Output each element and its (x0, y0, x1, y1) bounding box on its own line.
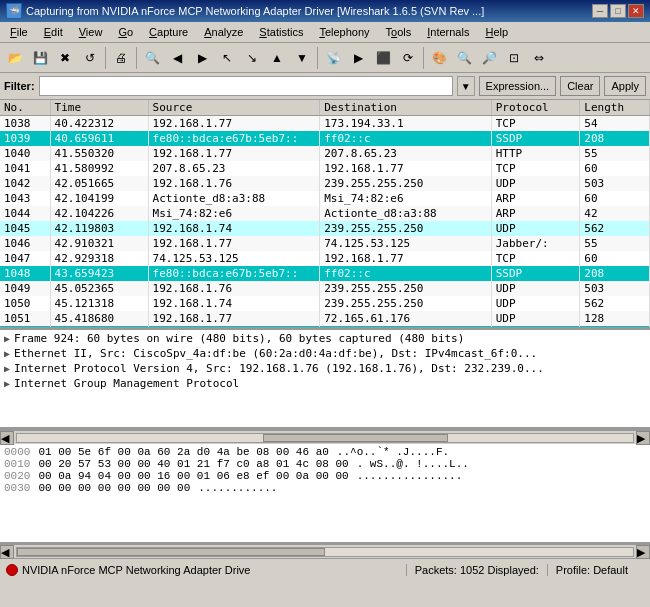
hscroll-thumb[interactable] (263, 434, 448, 442)
close-button[interactable]: ✕ (628, 4, 644, 18)
detail-line-2[interactable]: ▶ Ethernet II, Src: CiscoSpv_4a:df:be (6… (4, 346, 646, 361)
toolbar-prev[interactable]: ◀ (165, 46, 189, 70)
hscroll-track[interactable] (16, 433, 634, 443)
hex-hscroll-thumb[interactable] (17, 548, 325, 556)
hscroll-right[interactable]: ▶ (636, 431, 650, 445)
detail-hscroll[interactable]: ◀ ▶ (0, 430, 650, 444)
col-length[interactable]: Length (580, 100, 650, 116)
filter-dropdown[interactable]: ▼ (457, 76, 475, 96)
filter-input[interactable] (39, 76, 453, 96)
cell-2: 192.168.1.74 (148, 296, 320, 311)
table-row[interactable]: 105145.418680192.168.1.7772.165.61.176UD… (0, 311, 650, 326)
detail-line-4[interactable]: ▶ Internet Group Management Protocol (4, 376, 646, 391)
toolbar-print[interactable]: 🖨 (109, 46, 133, 70)
col-protocol[interactable]: Protocol (491, 100, 580, 116)
table-row[interactable]: 103840.422312192.168.1.77173.194.33.1TCP… (0, 116, 650, 132)
toolbar-down[interactable]: ▼ (290, 46, 314, 70)
expand-icon-4: ▶ (4, 378, 10, 389)
cell-0: 1049 (0, 281, 50, 296)
table-row[interactable]: 104742.92931874.125.53.125192.168.1.77TC… (0, 251, 650, 266)
filter-apply-button[interactable]: Apply (604, 76, 646, 96)
toolbar-first[interactable]: ↖ (215, 46, 239, 70)
cell-4: TCP (491, 116, 580, 132)
toolbar-capture-start[interactable]: ▶ (346, 46, 370, 70)
menu-statistics[interactable]: Statistics (251, 24, 311, 40)
menu-internals[interactable]: Internals (419, 24, 477, 40)
hex-hscroll-left[interactable]: ◀ (0, 545, 14, 559)
filter-expression-button[interactable]: Expression... (479, 76, 557, 96)
minimize-button[interactable]: ─ (592, 4, 608, 18)
cell-4: UDP (491, 281, 580, 296)
cell-4: UDP (491, 311, 580, 326)
table-row[interactable]: 105246.659410fe80::bdca:e67b:5eb7::ff02:… (0, 326, 650, 327)
table-row[interactable]: 104242.051665192.168.1.76239.255.255.250… (0, 176, 650, 191)
menu-capture[interactable]: Capture (141, 24, 196, 40)
hex-hscroll-track[interactable] (16, 547, 634, 557)
cell-1: 46.659410 (50, 326, 148, 327)
toolbar-zoom-in[interactable]: 🔍 (452, 46, 476, 70)
cell-0: 1045 (0, 221, 50, 236)
cell-4: UDP (491, 221, 580, 236)
menu-go[interactable]: Go (110, 24, 141, 40)
toolbar-capture-stop[interactable]: ⬛ (371, 46, 395, 70)
packet-detail: ▶ Frame 924: 60 bytes on wire (480 bits)… (0, 330, 650, 430)
toolbar-save[interactable]: 💾 (28, 46, 52, 70)
toolbar-last[interactable]: ↘ (240, 46, 264, 70)
menu-tools[interactable]: Tools (378, 24, 420, 40)
table-row[interactable]: 103940.659611fe80::bdca:e67b:5eb7::ff02:… (0, 131, 650, 146)
cell-2: 192.168.1.77 (148, 311, 320, 326)
col-no[interactable]: No. (0, 100, 50, 116)
toolbar-close[interactable]: ✖ (53, 46, 77, 70)
hex-offset-4: 0030 (4, 482, 30, 494)
table-row[interactable]: 104041.550320192.168.1.77207.8.65.23HTTP… (0, 146, 650, 161)
col-destination[interactable]: Destination (320, 100, 492, 116)
title-bar: 🦈 Capturing from NVIDIA nForce MCP Netwo… (0, 0, 650, 22)
maximize-button[interactable]: □ (610, 4, 626, 18)
table-row[interactable]: 104141.580992207.8.65.23192.168.1.77TCP6… (0, 161, 650, 176)
hex-hscroll[interactable]: ◀ ▶ (0, 544, 650, 558)
table-row[interactable]: 104442.104226Msi_74:82:e6Actionte_d8:a3:… (0, 206, 650, 221)
col-source[interactable]: Source (148, 100, 320, 116)
table-row[interactable]: 104843.659423fe80::bdca:e67b:5eb7::ff02:… (0, 266, 650, 281)
cell-3: 74.125.53.125 (320, 236, 492, 251)
toolbar-next[interactable]: ▶ (190, 46, 214, 70)
toolbar-capture-options[interactable]: 📡 (321, 46, 345, 70)
cell-3: 192.168.1.77 (320, 251, 492, 266)
toolbar-find[interactable]: 🔍 (140, 46, 164, 70)
toolbar-reload[interactable]: ↺ (78, 46, 102, 70)
table-row[interactable]: 104342.104199Actionte_d8:a3:88Msi_74:82:… (0, 191, 650, 206)
menu-help[interactable]: Help (477, 24, 516, 40)
detail-line-3[interactable]: ▶ Internet Protocol Version 4, Src: 192.… (4, 361, 646, 376)
title-bar-left: 🦈 Capturing from NVIDIA nForce MCP Netwo… (6, 3, 484, 19)
resize-corner[interactable] (636, 563, 650, 577)
table-row[interactable]: 104945.052365192.168.1.76239.255.255.250… (0, 281, 650, 296)
toolbar-colorize[interactable]: 🎨 (427, 46, 451, 70)
cell-3: 207.8.65.23 (320, 146, 492, 161)
hex-hscroll-right[interactable]: ▶ (636, 545, 650, 559)
toolbar-open[interactable]: 📂 (3, 46, 27, 70)
menu-file[interactable]: File (2, 24, 36, 40)
packet-list-scroll[interactable]: No. Time Source Destination Protocol Len… (0, 100, 650, 327)
col-time[interactable]: Time (50, 100, 148, 116)
cell-0: 1040 (0, 146, 50, 161)
toolbar-resize[interactable]: ⇔ (527, 46, 551, 70)
detail-line-1[interactable]: ▶ Frame 924: 60 bytes on wire (480 bits)… (4, 331, 646, 346)
cell-0: 1048 (0, 266, 50, 281)
table-row[interactable]: 105045.121318192.168.1.74239.255.255.250… (0, 296, 650, 311)
hscroll-left[interactable]: ◀ (0, 431, 14, 445)
table-row[interactable]: 104542.119803192.168.1.74239.255.255.250… (0, 221, 650, 236)
cell-1: 42.910321 (50, 236, 148, 251)
menu-view[interactable]: View (71, 24, 111, 40)
toolbar-zoom-out[interactable]: 🔎 (477, 46, 501, 70)
status-bar: NVIDIA nForce MCP Networking Adapter Dri… (0, 558, 650, 580)
toolbar-up[interactable]: ▲ (265, 46, 289, 70)
hex-offset-3: 0020 (4, 470, 30, 482)
toolbar-capture-restart[interactable]: ⟳ (396, 46, 420, 70)
menu-telephony[interactable]: Telephony (311, 24, 377, 40)
hex-line-3: 0020 00 0a 94 04 00 00 16 00 01 06 e8 ef… (4, 470, 646, 482)
toolbar-zoom-reset[interactable]: ⊡ (502, 46, 526, 70)
table-row[interactable]: 104642.910321192.168.1.7774.125.53.125Ja… (0, 236, 650, 251)
filter-clear-button[interactable]: Clear (560, 76, 600, 96)
menu-edit[interactable]: Edit (36, 24, 71, 40)
menu-analyze[interactable]: Analyze (196, 24, 251, 40)
